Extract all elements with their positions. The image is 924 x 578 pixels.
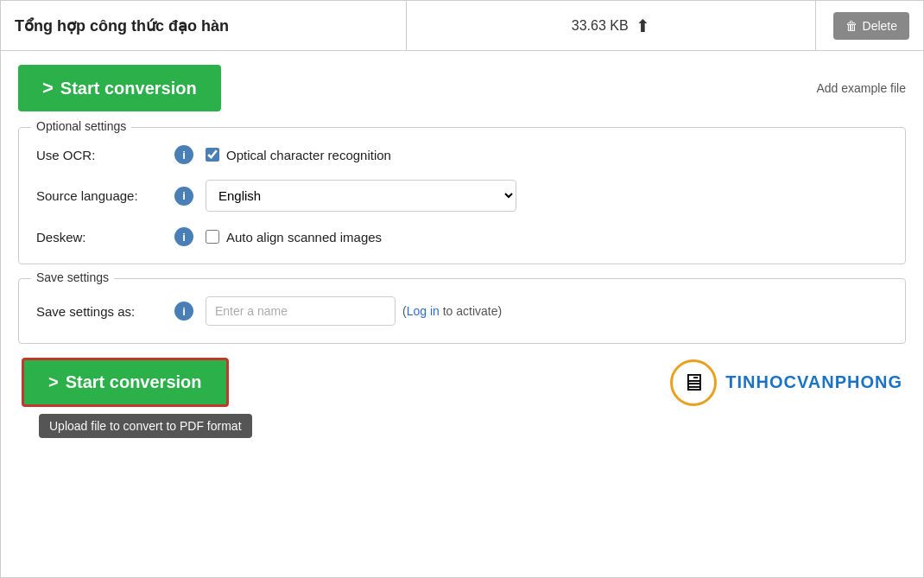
- watermark-logo: 🖥 TINHOCVANPHONG: [670, 359, 902, 406]
- deskew-row: Deskew: i Auto align scanned images: [36, 227, 888, 246]
- ocr-row: Use OCR: i Optical character recognition: [36, 145, 888, 164]
- source-language-row: Source language: i English French German…: [36, 180, 888, 212]
- delete-label: Delete: [863, 19, 897, 33]
- optional-settings-box: Optional settings Use OCR: i Optical cha…: [18, 127, 906, 264]
- ocr-info-icon[interactable]: i: [174, 145, 193, 164]
- start-conversion-button-top[interactable]: > Start conversion: [18, 65, 221, 111]
- save-as-control: (Log in to activate): [206, 296, 502, 326]
- source-language-info-icon[interactable]: i: [174, 187, 193, 206]
- login-text: (Log in to activate): [402, 304, 502, 318]
- main-content: > Start conversion Add example file Opti…: [1, 51, 923, 421]
- deskew-info-icon[interactable]: i: [174, 227, 193, 246]
- source-language-select[interactable]: English French German Spanish Chinese Ja…: [206, 180, 516, 212]
- tooltip-area: > Start conversion Upload file to conver…: [22, 358, 229, 407]
- logo-circle: 🖥: [670, 359, 717, 406]
- save-as-label: Save settings as:: [36, 304, 174, 319]
- delete-button[interactable]: 🗑 Delete: [833, 12, 909, 40]
- source-language-control: English French German Spanish Chinese Ja…: [206, 180, 516, 212]
- file-bar: Tổng hợp công thức đạo hàn 33.63 KB ⬆ 🗑 …: [1, 1, 923, 51]
- source-language-label: Source language:: [36, 188, 174, 203]
- ocr-checkbox[interactable]: [206, 148, 219, 162]
- arrow-icon-bottom: >: [48, 372, 59, 392]
- deskew-control: Auto align scanned images: [206, 230, 382, 245]
- ocr-description: Optical character recognition: [226, 148, 391, 162]
- top-action-row: > Start conversion Add example file: [18, 65, 906, 111]
- ocr-control: Optical character recognition: [206, 148, 391, 162]
- login-link[interactable]: Log in: [407, 304, 440, 318]
- tooltip-box: Upload file to convert to PDF format: [39, 414, 252, 438]
- bottom-action-row: > Start conversion Upload file to conver…: [18, 358, 906, 407]
- arrow-icon-top: >: [42, 77, 54, 99]
- save-name-input[interactable]: [206, 296, 396, 326]
- deskew-checkbox[interactable]: [206, 230, 219, 244]
- save-as-row: Save settings as: i (Log in to activate): [36, 296, 888, 326]
- start-conversion-button-bottom[interactable]: > Start conversion: [22, 358, 229, 407]
- deskew-label: Deskew:: [36, 230, 174, 245]
- optional-settings-legend: Optional settings: [31, 119, 131, 133]
- login-to-activate: to activate): [443, 304, 502, 318]
- start-conversion-label-top: Start conversion: [60, 79, 197, 98]
- save-settings-box: Save settings Save settings as: i (Log i…: [18, 278, 906, 344]
- deskew-description: Auto align scanned images: [226, 230, 382, 245]
- save-as-info-icon[interactable]: i: [174, 302, 193, 321]
- upload-icon: ⬆: [636, 16, 650, 36]
- trash-icon: 🗑: [845, 19, 858, 33]
- save-settings-legend: Save settings: [31, 270, 114, 284]
- ocr-label: Use OCR:: [36, 148, 174, 162]
- logo-icon: 🖥: [681, 368, 706, 397]
- add-example-link[interactable]: Add example file: [816, 81, 906, 95]
- file-name: Tổng hợp công thức đạo hàn: [15, 1, 407, 50]
- file-size-area: 33.63 KB ⬆: [424, 1, 816, 50]
- logo-text: TINHOCVANPHONG: [725, 372, 902, 392]
- start-conversion-label-bottom: Start conversion: [66, 372, 202, 392]
- file-size: 33.63 KB: [572, 18, 629, 34]
